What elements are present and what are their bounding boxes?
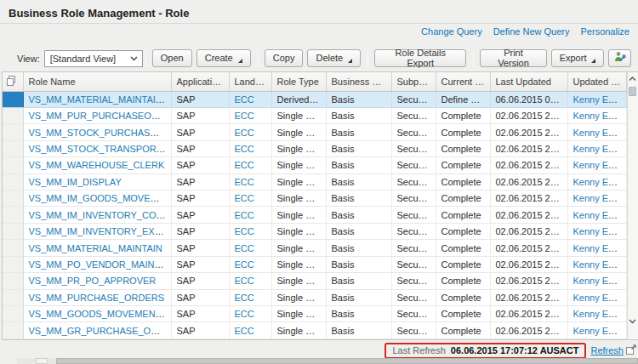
updated-by-link[interactable]: Kenny Eseyin: [573, 144, 627, 154]
landscape-link[interactable]: ECC: [235, 259, 254, 270]
scroll-up-icon[interactable]: [627, 75, 638, 83]
landscape-link[interactable]: ECC: [235, 128, 254, 138]
landscape-link[interactable]: ECC: [235, 226, 254, 236]
role-name-link[interactable]: VS_MM_WAREHOUSE_CLERK: [29, 160, 165, 170]
scroll-left-button[interactable]: [36, 358, 48, 364]
role-name-link[interactable]: VS_MM_PO_VENDOR_MAINTENANCE: [29, 259, 172, 270]
updated-by-link[interactable]: Kenny Eseyin: [573, 210, 627, 220]
role-name-link[interactable]: VS_MM_IM_INVENTORY_EXECUTION: [29, 226, 172, 236]
print-version-button[interactable]: Print Version: [480, 49, 546, 67]
create-button[interactable]: Create: [197, 49, 251, 67]
table-row[interactable]: VS_MM_WAREHOUSE_CLERK SAP ECC Single Rol…: [3, 157, 626, 173]
landscape-link[interactable]: ECC: [235, 276, 254, 286]
open-button[interactable]: Open: [152, 49, 192, 67]
row-selector-cell[interactable]: [3, 240, 23, 256]
column-header-last-updated[interactable]: Last Updated: [490, 72, 567, 91]
role-name-link[interactable]: VS_MM_PR_PO_APPROVER: [29, 276, 157, 286]
table-row[interactable]: VS_MM_MATERIAL_MAINTAIN_PUR SAP ECC Deri…: [3, 91, 626, 107]
updated-by-link[interactable]: Kenny Eseyin: [573, 293, 627, 303]
row-selector-cell[interactable]: [3, 305, 23, 321]
column-header-subprocess[interactable]: Subprocess: [391, 72, 436, 91]
header-link-personalize[interactable]: Personalize: [581, 26, 629, 37]
updated-by-link[interactable]: Kenny Eseyin: [573, 94, 627, 105]
row-selector-cell[interactable]: [3, 140, 23, 156]
row-selector-cell[interactable]: [3, 173, 23, 190]
row-selector-cell[interactable]: [3, 223, 23, 239]
table-row[interactable]: VS_MM_MATERIAL_MAINTAIN SAP ECC Single R…: [3, 240, 626, 256]
row-selector-cell[interactable]: [3, 256, 23, 272]
role-name-link[interactable]: VS_MM_IM_DISPLAY: [29, 177, 122, 187]
landscape-link[interactable]: ECC: [235, 210, 254, 220]
table-row[interactable]: VS_MM_IM_INVENTORY_EXECUTION SAP ECC Sin…: [3, 223, 626, 239]
column-header-role-type[interactable]: Role Type: [271, 72, 326, 91]
vertical-scrollbar-thumb[interactable]: [629, 87, 636, 96]
export-button[interactable]: Export: [551, 49, 605, 67]
horizontal-scrollbar[interactable]: [17, 358, 638, 364]
column-header-updated-by[interactable]: Updated By: [567, 72, 626, 91]
row-selector-cell[interactable]: [3, 289, 23, 305]
role-name-link[interactable]: VS_MM_IM_INVENTORY_CONTROL: [29, 210, 172, 220]
row-selector-cell[interactable]: [3, 124, 23, 140]
view-select[interactable]: [Standard View]: [44, 50, 143, 67]
table-row[interactable]: VS_MM_PR_PO_APPROVER SAP ECC Single Role…: [3, 273, 626, 289]
row-selector-cell[interactable]: [3, 157, 23, 173]
landscape-link[interactable]: ECC: [235, 144, 254, 154]
column-header-application-type[interactable]: Application Type: [171, 72, 229, 91]
personalize-user-settings-icon-button[interactable]: [608, 49, 631, 67]
landscape-link[interactable]: ECC: [235, 193, 254, 203]
updated-by-link[interactable]: Kenny Eseyin: [573, 177, 627, 187]
landscape-link[interactable]: ECC: [235, 243, 254, 253]
landscape-link[interactable]: ECC: [235, 309, 254, 319]
role-details-export-button[interactable]: Role Details Export: [374, 49, 466, 67]
table-row[interactable]: VS_MM_IM_INVENTORY_CONTROL SAP ECC Singl…: [3, 207, 626, 223]
updated-by-link[interactable]: Kenny Eseyin: [573, 243, 627, 253]
updated-by-link[interactable]: Kenny Eseyin: [573, 226, 627, 236]
updated-by-link[interactable]: Kenny Eseyin: [573, 259, 627, 270]
landscape-link[interactable]: ECC: [235, 177, 254, 187]
column-header-landscape[interactable]: Landscape: [229, 72, 271, 91]
column-header-role-name[interactable]: Role Name: [23, 72, 171, 91]
row-selector-cell[interactable]: [3, 207, 23, 223]
role-name-link[interactable]: VS_MM_PUR_PURCHASEORDER: [29, 111, 172, 121]
column-header-current-phase[interactable]: Current Phase: [436, 72, 490, 91]
table-vertical-scrollbar[interactable]: [627, 72, 638, 339]
updated-by-link[interactable]: Kenny Eseyin: [573, 111, 627, 121]
landscape-link[interactable]: ECC: [235, 293, 254, 303]
updated-by-link[interactable]: Kenny Eseyin: [573, 309, 627, 319]
landscape-link[interactable]: ECC: [235, 160, 254, 170]
copy-button[interactable]: Copy: [265, 49, 304, 67]
horizontal-scrollbar-thumb[interactable]: [56, 358, 638, 364]
role-name-link[interactable]: VS_MM_MATERIAL_MAINTAIN: [29, 243, 162, 253]
landscape-link[interactable]: ECC: [235, 111, 254, 121]
column-header-business-process[interactable]: Business Process: [326, 72, 391, 91]
role-name-link[interactable]: VS_MM_IM_GOODS_MOVEMENTS: [29, 193, 172, 203]
updated-by-link[interactable]: Kenny Eseyin: [573, 276, 627, 286]
updated-by-link[interactable]: Kenny Eseyin: [573, 160, 627, 170]
scroll-down-icon[interactable]: [627, 317, 638, 326]
table-row[interactable]: VS_MM_STOCK_TRANSPORT_ORDERS SAP ECC Sin…: [3, 140, 626, 156]
row-selector-cell[interactable]: [3, 273, 23, 289]
table-row[interactable]: VS_MM_PUR_PURCHASEORDER SAP ECC Single R…: [3, 107, 626, 123]
role-name-link[interactable]: VS_MM_GOODS_MOVEMENTS: [29, 309, 168, 319]
row-selector-cell[interactable]: [3, 91, 23, 107]
header-link-define-new-query[interactable]: Define New Query: [493, 26, 570, 37]
landscape-link[interactable]: ECC: [235, 94, 254, 105]
role-name-link[interactable]: VS_MM_PURCHASE_ORDERS: [29, 293, 165, 303]
table-row[interactable]: VS_MM_IM_DISPLAY SAP ECC Single Role Bas…: [3, 173, 626, 190]
updated-by-link[interactable]: Kenny Eseyin: [573, 128, 627, 138]
updated-by-link[interactable]: Kenny Eseyin: [573, 326, 627, 336]
row-selector-cell[interactable]: [3, 107, 23, 123]
table-row[interactable]: VS_MM_GOODS_MOVEMENTS SAP ECC Single Rol…: [3, 305, 626, 321]
row-selector-cell[interactable]: [3, 322, 23, 339]
table-row[interactable]: VS_MM_STOCK_PURCHASEORDER SAP ECC Single…: [3, 124, 626, 140]
updated-by-link[interactable]: Kenny Eseyin: [573, 193, 627, 203]
select-all-header-cell[interactable]: [3, 72, 23, 91]
landscape-link[interactable]: ECC: [235, 326, 254, 336]
role-name-link[interactable]: VS_MM_STOCK_TRANSPORT_ORDERS: [29, 144, 172, 154]
delete-button[interactable]: Delete: [307, 49, 361, 67]
role-name-link[interactable]: VS_MM_MATERIAL_MAINTAIN_PUR: [29, 94, 172, 105]
refresh-icon[interactable]: [626, 344, 636, 356]
role-name-link[interactable]: VS_MM_STOCK_PURCHASEORDER: [29, 128, 172, 138]
header-link-change-query[interactable]: Change Query: [421, 26, 482, 37]
row-selector-cell[interactable]: [3, 191, 23, 207]
